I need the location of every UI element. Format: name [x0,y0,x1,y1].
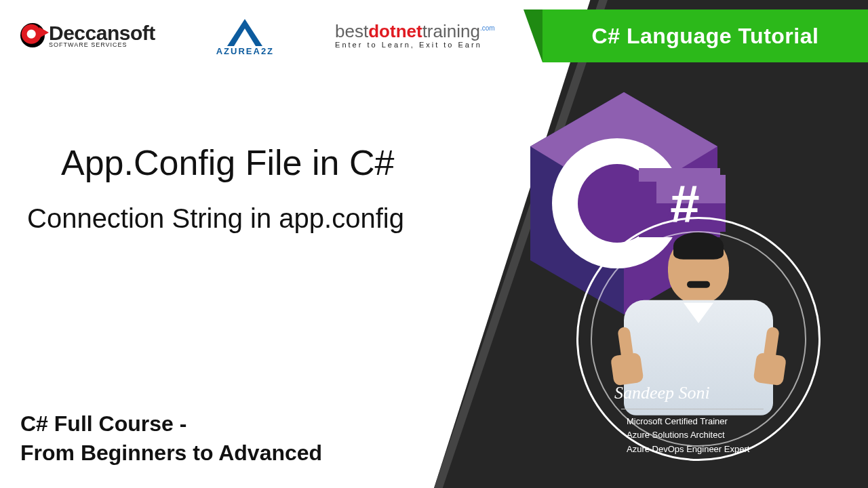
bdt-tagline: Enter to Learn, Exit to Earn [335,41,495,49]
azurea2z-label: AZUREA2Z [216,46,274,56]
credential-3: Azure DevOps Engineer Expert [594,443,811,457]
tutorial-banner: C# Language Tutorial [542,9,868,62]
course-line1: C# Full Course - [20,411,186,436]
slide-title: App.Config File in C# [61,142,394,183]
disc-icon [20,23,45,47]
presenter-bio: Sandeep Soni Microsoft Certified Trainer… [594,383,811,457]
credential-1: Microsoft Certified Trainer [594,415,811,429]
bestdotnettraining-logo: bestdotnettraining.com Enter to Learn, E… [335,22,495,49]
credential-2: Azure Solutions Architect [594,428,811,443]
bdt-name: bestdotnettraining.com [335,22,495,40]
presenter-name: Sandeep Soni [594,383,811,403]
logo-row: Deccansoft SOFTWARE SERVICES AZUREA2Z be… [0,8,529,62]
course-line2: From Beginners to Advanced [20,441,322,465]
deccansoft-logo: Deccansoft SOFTWARE SERVICES [20,23,155,48]
deccansoft-name: Deccansoft [49,23,155,43]
slide-subtitle: Connection String in app.config [27,203,404,234]
thumbs-up-icon [749,325,794,386]
thumbs-up-icon [602,325,648,386]
azure-mark-icon [224,15,265,46]
divider [621,409,764,409]
azurea2z-logo: AZUREA2Z [216,15,274,56]
banner-text: C# Language Tutorial [592,24,819,49]
course-name: C# Full Course - From Beginners to Advan… [20,409,322,468]
